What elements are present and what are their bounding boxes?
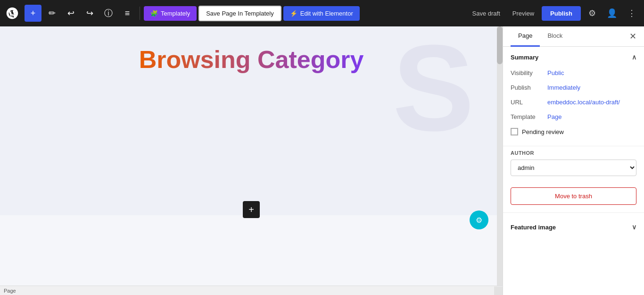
tab-page[interactable]: Page	[511, 26, 540, 47]
summary-title: Summary	[511, 54, 538, 61]
template-label: Template	[511, 113, 544, 120]
sidebar-tabs: Page Block ✕	[503, 26, 644, 47]
settings-icon: ⚙	[588, 8, 596, 18]
page-title: Browsing Category	[139, 45, 364, 74]
elementor-circle-icon: ⚙	[476, 216, 482, 225]
preview-label: Preview	[512, 10, 534, 17]
elementor-circle-button[interactable]: ⚙	[470, 211, 488, 229]
template-value[interactable]: Page	[547, 113, 561, 120]
url-label: URL	[511, 99, 544, 106]
add-block-button-canvas[interactable]: +	[243, 201, 260, 218]
pending-review-checkbox[interactable]	[511, 128, 518, 135]
url-value[interactable]: embeddoc.local/auto-draft/	[547, 99, 620, 106]
preview-button[interactable]: Preview	[508, 7, 539, 20]
templately-icon: 🧩	[150, 10, 158, 17]
redo-button[interactable]: ↪	[81, 5, 98, 22]
summary-chevron: ∧	[632, 53, 636, 61]
visibility-value[interactable]: Public	[547, 69, 564, 76]
author-select[interactable]: admin	[511, 160, 636, 176]
summary-header[interactable]: Summary ∧	[511, 47, 636, 66]
undo-button[interactable]: ↩	[62, 5, 79, 22]
publish-label: Publish	[550, 10, 572, 17]
move-trash-label: Move to trash	[555, 193, 592, 200]
canvas-scrollbar-v-thumb[interactable]	[497, 26, 503, 64]
canvas-status-bar: Page	[0, 286, 503, 295]
user-button[interactable]: 👤	[603, 5, 620, 22]
main: S Browsing Category + ⚙	[0, 26, 644, 295]
pending-review-row: Pending review	[511, 124, 636, 142]
template-row: Template Page	[511, 110, 636, 124]
scrollbar-corner	[494, 287, 503, 295]
save-templately-button[interactable]: Save Page In Templately	[198, 6, 281, 21]
sidebar: Page Block ✕ Summary ∧ Visibility Public…	[503, 26, 644, 295]
elementor-button[interactable]: ⚡ Edit with Elementor	[283, 6, 360, 21]
page-content: S Browsing Category	[0, 26, 503, 215]
add-block-button[interactable]: +	[25, 5, 41, 22]
user-icon: 👤	[607, 8, 617, 18]
save-draft-label: Save draft	[472, 10, 500, 17]
publish-button[interactable]: Publish	[542, 6, 581, 21]
publish-value[interactable]: Immediately	[547, 84, 580, 91]
status-label: Page	[4, 288, 16, 294]
pending-review-label: Pending review	[522, 128, 564, 135]
move-to-trash-button[interactable]: Move to trash	[511, 187, 636, 205]
add-icon-canvas: +	[248, 204, 254, 215]
author-section-label: AUTHOR	[511, 150, 636, 156]
settings-button[interactable]: ⚙	[584, 5, 601, 22]
background-watermark: S	[393, 26, 474, 149]
elementor-icon: ⚡	[290, 10, 297, 17]
toolbar: + ✏ ↩ ↪ ⓘ ≡ 🧩 Templately Save Page In Te…	[0, 0, 644, 26]
featured-image-header[interactable]: Featured image ∨	[511, 217, 636, 237]
info-button[interactable]: ⓘ	[100, 5, 117, 22]
info-icon: ⓘ	[104, 8, 113, 19]
menu-button[interactable]: ≡	[119, 5, 136, 22]
save-draft-button[interactable]: Save draft	[468, 7, 505, 20]
tools-button[interactable]: ✏	[43, 5, 60, 22]
publish-label: Publish	[511, 84, 544, 91]
publish-row: Publish Immediately	[511, 80, 636, 95]
canvas-content: S Browsing Category + ⚙	[0, 26, 503, 295]
sidebar-divider-2	[503, 212, 644, 213]
featured-image-label: Featured image	[511, 224, 556, 231]
canvas-scrollbar-vertical[interactable]	[497, 26, 503, 287]
undo-icon: ↩	[67, 8, 74, 18]
more-options-button[interactable]: ⋮	[623, 5, 640, 22]
wp-logo	[4, 5, 21, 22]
visibility-label: Visibility	[511, 69, 544, 76]
page-title-block[interactable]: Browsing Category	[139, 45, 364, 74]
sidebar-divider-1	[503, 146, 644, 146]
elementor-label: Edit with Elementor	[300, 10, 353, 17]
sidebar-close-button[interactable]: ✕	[629, 26, 636, 46]
pencil-icon: ✏	[49, 8, 56, 18]
save-templately-label: Save Page In Templately	[206, 10, 274, 17]
visibility-row: Visibility Public	[511, 66, 636, 80]
add-icon: +	[31, 8, 36, 18]
templately-button[interactable]: 🧩 Templately	[144, 6, 197, 21]
featured-image-chevron: ∨	[632, 223, 636, 231]
redo-icon: ↪	[86, 8, 93, 18]
summary-section: Summary ∧ Visibility Public Publish Imme…	[503, 47, 644, 142]
canvas: S Browsing Category + ⚙	[0, 26, 503, 295]
featured-image-section: Featured image ∨	[503, 217, 644, 237]
more-icon: ⋮	[627, 8, 636, 18]
url-row: URL embeddoc.local/auto-draft/	[511, 95, 636, 110]
toolbar-divider	[140, 7, 140, 20]
tab-block[interactable]: Block	[540, 26, 570, 47]
menu-icon: ≡	[125, 8, 130, 18]
toolbar-right: Save draft Preview Publish ⚙ 👤 ⋮	[468, 5, 640, 22]
templately-label: Templately	[161, 10, 190, 17]
author-section: AUTHOR admin	[503, 150, 644, 184]
